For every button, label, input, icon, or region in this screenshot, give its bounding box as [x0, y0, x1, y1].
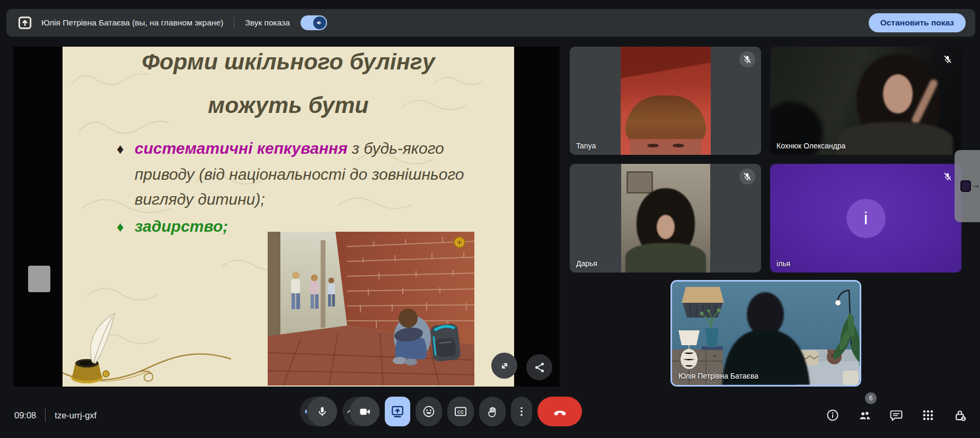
participant-name: ілья — [776, 259, 790, 268]
backpack — [430, 323, 461, 362]
raise-hand-button[interactable] — [479, 397, 506, 426]
cc-icon: CC — [454, 405, 467, 418]
mic-muted-icon — [739, 51, 755, 67]
smiley-icon — [422, 405, 436, 418]
bullet-highlight-text: систематичні кепкування — [135, 139, 348, 157]
more-options-button[interactable] — [511, 397, 532, 426]
participant-tile-daria[interactable]: Дарья — [570, 164, 761, 273]
mic-toggle[interactable] — [307, 397, 337, 426]
svg-text:CC: CC — [457, 410, 464, 415]
info-icon — [826, 408, 840, 422]
panel-icon — [960, 180, 971, 192]
stop-presenting-button[interactable]: Остановить показ — [869, 13, 966, 32]
meeting-info: 09:08 tze-urrj-gxf — [14, 392, 96, 438]
more-options-icon — [516, 405, 527, 418]
presentation-slide: Форми шкільного булінгу можуть бути ♦сис… — [63, 47, 514, 387]
yulia-video — [672, 282, 860, 385]
mic-button[interactable] — [300, 397, 337, 426]
hoodie — [625, 243, 706, 273]
avatar: і — [846, 199, 886, 238]
apps-grid-icon — [921, 408, 935, 422]
ceiling-shadow — [621, 47, 711, 95]
wall-frame — [626, 171, 653, 194]
meeting-panels: 6 — [826, 392, 967, 438]
bullet-highlight-text: задирство; — [135, 217, 228, 235]
leave-call-button[interactable] — [537, 397, 582, 426]
toggle-knob[interactable] — [313, 16, 326, 29]
participant-tile-kokhniuk[interactable]: Кохнюк Олександра — [770, 47, 961, 155]
camera-toggle[interactable] — [350, 397, 379, 426]
meet-window: Юлія Петрівна Батаєва (вы, на главном эк… — [0, 0, 980, 438]
present-screen-icon — [17, 15, 33, 31]
camera-button[interactable] — [342, 397, 379, 426]
face — [883, 74, 913, 113]
camera-icon — [359, 406, 371, 418]
participant-name: Кохнюк Олександра — [776, 142, 845, 150]
people-button[interactable]: 6 — [858, 408, 871, 422]
apps-button[interactable] — [921, 408, 935, 422]
host-controls-icon — [953, 408, 967, 423]
raise-hand-icon — [486, 405, 499, 418]
face — [657, 215, 675, 239]
people-icon — [858, 408, 872, 423]
share-button[interactable] — [526, 354, 552, 380]
mic-icon — [316, 406, 328, 417]
call-controls: CC — [300, 397, 582, 426]
face — [630, 139, 701, 155]
share-sound-label: Звук показа — [245, 18, 289, 28]
diamond-bullet-icon: ♦ — [117, 215, 135, 240]
tanya-video — [621, 47, 711, 155]
slide-title-line1: Форми шкільного булінгу — [63, 49, 514, 75]
avatar-letter: і — [864, 208, 868, 229]
share-icon — [533, 361, 546, 374]
presenting-banner: Юлія Петрівна Батаєва (вы, на главном эк… — [6, 9, 975, 37]
bullying-photo — [268, 232, 474, 386]
participant-tile-yulia-self[interactable]: Юлія Петрівна Батаєва — [670, 280, 861, 387]
divider — [234, 17, 234, 29]
hair — [625, 95, 706, 142]
expand-icon — [498, 360, 511, 372]
clock-time: 09:08 — [14, 410, 36, 421]
participant-name: Дарья — [576, 259, 597, 268]
quill-inkwell-decoration — [63, 310, 234, 387]
daria-video — [621, 164, 710, 273]
arrow-right-icon: → — [972, 180, 980, 190]
bullet-item: ♦систематичні кепкування з будь-якого пр… — [63, 136, 487, 212]
slide-title-line2: можуть бути — [63, 92, 514, 118]
shoulders — [836, 122, 953, 155]
participant-name: Tanya — [576, 142, 596, 150]
mic-muted-icon — [940, 169, 956, 185]
participant-count-badge: 6 — [865, 392, 877, 404]
overlay-drag-handle[interactable] — [28, 266, 50, 292]
chat-button[interactable] — [889, 408, 903, 422]
host-controls-button[interactable] — [953, 408, 967, 422]
meeting-code: tze-urrj-gxf — [55, 410, 96, 421]
presenter-label: Юлія Петрівна Батаєва (вы, на главном эк… — [41, 18, 223, 28]
expand-fullscreen-button[interactable] — [491, 353, 517, 379]
shared-screen-stage: Форми шкільного булінгу можуть бути ♦сис… — [13, 47, 560, 387]
info-button[interactable] — [826, 408, 840, 422]
divider — [45, 409, 46, 422]
mic-muted-icon — [940, 51, 956, 67]
participant-tile-ilya[interactable]: і ілья — [770, 164, 961, 273]
mic-muted-icon — [739, 169, 755, 185]
share-sound-toggle[interactable] — [301, 15, 327, 30]
participant-tile-tanya[interactable]: Tanya — [570, 47, 761, 155]
reactions-button[interactable] — [416, 397, 442, 426]
present-screen-icon — [391, 405, 404, 418]
chat-icon — [889, 408, 903, 422]
speaker-icon — [316, 19, 323, 27]
slide-bullets: ♦систематичні кепкування з будь-якого пр… — [63, 136, 487, 240]
present-now-button-active[interactable] — [385, 397, 410, 426]
side-panel-handle[interactable]: → — [955, 150, 980, 222]
diamond-bullet-icon: ♦ — [117, 137, 135, 162]
captions-button[interactable]: CC — [447, 397, 474, 426]
participant-name: Юлія Петрівна Батаєва — [678, 372, 758, 380]
hangup-icon — [553, 405, 567, 419]
